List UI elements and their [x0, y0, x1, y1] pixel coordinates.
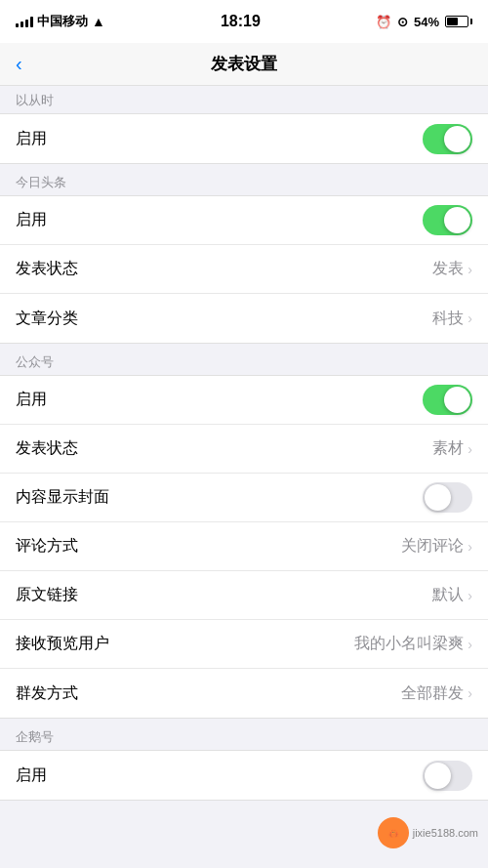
row-status-1[interactable]: 发表状态 发表 › — [0, 245, 488, 294]
status-time: 18:19 — [221, 13, 261, 30]
row-value-status-2: 素材 › — [432, 438, 472, 459]
nav-bar: ‹ 发表设置 — [0, 43, 488, 86]
chevron-icon-5: › — [468, 588, 472, 603]
section-header-wechat: 公众号 — [0, 344, 488, 375]
chevron-icon: › — [468, 262, 472, 277]
settings-group-wechat: 启用 发表状态 素材 › 内容显示封面 评论方式 关闭评论 › — [0, 375, 488, 719]
row-label-status-2: 发表状态 — [16, 438, 78, 459]
toggle-cover[interactable] — [423, 482, 472, 513]
settings-group-parent: 启用 — [0, 113, 488, 164]
row-label-category-1: 文章分类 — [16, 309, 78, 329]
chevron-icon-4: › — [468, 539, 472, 555]
location-icon: ⊙ — [397, 15, 408, 29]
row-value-comment: 关闭评论 › — [401, 536, 472, 557]
settings-group-toutiao: 启用 发表状态 发表 › 文章分类 科技 › — [0, 195, 488, 344]
row-label-link: 原文链接 — [16, 585, 78, 605]
row-link[interactable]: 原文链接 默认 › — [0, 571, 488, 620]
row-category-1[interactable]: 文章分类 科技 › — [0, 294, 488, 343]
row-value-link: 默认 › — [432, 585, 472, 605]
row-label-comment: 评论方式 — [16, 536, 78, 557]
row-cover: 内容显示封面 — [0, 474, 488, 522]
settings-group-penguin: 启用 — [0, 750, 488, 801]
alarm-icon: ⏰ — [376, 15, 391, 29]
row-enable-2: 启用 — [0, 196, 488, 245]
signal-icon — [16, 16, 33, 27]
watermark: 🦀 jixie5188.com — [378, 817, 478, 848]
nav-title: 发表设置 — [211, 53, 277, 75]
chevron-icon-2: › — [468, 310, 472, 326]
status-left: 中国移动 ▲ — [16, 13, 105, 30]
row-label-cover: 内容显示封面 — [16, 487, 109, 508]
row-enable-4: 启用 — [0, 751, 488, 800]
settings-content: 以从时 启用 今日头条 启用 发表状态 发表 › 文章分类 — [0, 86, 488, 801]
carrier-label: 中国移动 — [37, 13, 88, 30]
section-header-penguin: 企鹅号 — [0, 719, 488, 750]
row-value-broadcast: 全部群发 › — [401, 683, 472, 704]
watermark-logo: 🦀 — [378, 817, 409, 848]
toggle-enable-4[interactable] — [423, 761, 472, 791]
section-header-parent: 以从时 — [0, 86, 488, 113]
row-label-broadcast: 群发方式 — [16, 683, 78, 704]
wifi-icon: ▲ — [92, 14, 105, 29]
section-header-toutiao: 今日头条 — [0, 164, 488, 195]
chevron-icon-3: › — [468, 441, 472, 457]
row-status-2[interactable]: 发表状态 素材 › — [0, 425, 488, 474]
row-label-enable-1: 启用 — [16, 129, 47, 149]
row-label-status-1: 发表状态 — [16, 259, 78, 279]
battery-label: 54% — [414, 15, 439, 29]
row-enable-3: 启用 — [0, 376, 488, 425]
row-label-enable-4: 启用 — [16, 765, 47, 786]
status-right: ⏰ ⊙ 54% — [376, 15, 472, 29]
chevron-icon-7: › — [468, 685, 472, 701]
toggle-enable-1[interactable] — [423, 124, 472, 154]
row-preview[interactable]: 接收预览用户 我的小名叫梁爽 › — [0, 620, 488, 669]
battery-icon — [445, 16, 472, 27]
row-value-category-1: 科技 › — [432, 309, 472, 329]
chevron-icon-6: › — [468, 637, 472, 652]
row-enable-1: 启用 — [0, 114, 488, 163]
status-bar: 中国移动 ▲ 18:19 ⏰ ⊙ 54% — [0, 0, 488, 43]
row-label-enable-3: 启用 — [16, 390, 47, 410]
row-label-enable-2: 启用 — [16, 210, 47, 230]
row-label-preview: 接收预览用户 — [16, 634, 109, 654]
watermark-text: jixie5188.com — [413, 827, 478, 839]
toggle-enable-2[interactable] — [423, 205, 472, 235]
toggle-enable-3[interactable] — [423, 385, 472, 415]
row-value-preview: 我的小名叫梁爽 › — [354, 634, 472, 654]
row-value-status-1: 发表 › — [432, 259, 472, 279]
row-comment[interactable]: 评论方式 关闭评论 › — [0, 522, 488, 571]
row-broadcast[interactable]: 群发方式 全部群发 › — [0, 669, 488, 718]
back-button[interactable]: ‹ — [16, 53, 22, 75]
